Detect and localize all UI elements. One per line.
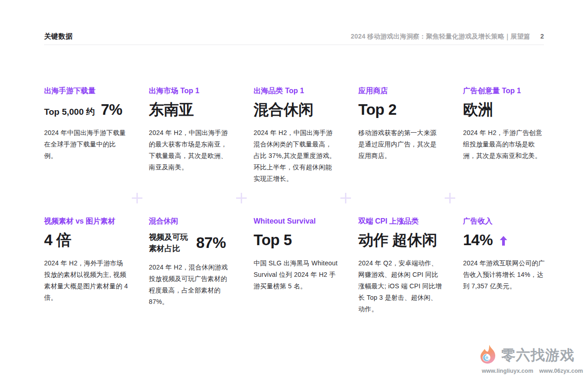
card-value: Top 5: [254, 232, 338, 250]
header-right: 2024 移动游戏出海洞察：聚焦轻量化游戏及增长策略｜展望篇 2: [351, 33, 544, 41]
card-description: 2024 年 H2，海外手游市场投放的素材以视频为主, 视频素材量大概是图片素材…: [44, 258, 129, 303]
card-label: 双端 CPI 上涨品类: [358, 217, 443, 226]
stat-card-cpi-rise: 双端 CPI 上涨品类 动作 超休闲 2024 年 Q2，安卓端动作、网赚游戏、…: [358, 217, 443, 315]
card-value: 视频及可玩素材占比 87%: [149, 232, 233, 254]
value-number: 欧洲: [463, 101, 493, 118]
stat-card-app-store: 应用商店 Top 2 移动游戏获客的第一大来源是通过应用内广告，其次是应用商店。: [358, 86, 443, 185]
card-description: 2024 年 H2，混合休闲游戏投放视频及可玩广告素材的程度最高，占全部素材的 …: [149, 262, 233, 308]
card-label: 出海市场 Top 1: [149, 86, 233, 95]
card-value: 混合休闲: [254, 101, 338, 120]
up-arrow-icon: [500, 236, 507, 247]
value-prefix: Top 5,000 约: [44, 107, 95, 118]
value-number: Top 2: [358, 101, 396, 118]
card-value: 欧洲: [463, 101, 548, 120]
value-number: Top 5: [254, 232, 292, 249]
card-value: 4 倍: [44, 232, 129, 250]
card-description: 2024 年游戏互联网公司的广告收入预计将增长 14%，达到 7,357 亿美元…: [463, 258, 548, 292]
card-description: 2024 年 Q2，安卓端动作、网赚游戏、超休闲 CPI 同比涨幅最大; iOS…: [358, 258, 443, 315]
card-value: Top 2: [358, 101, 443, 120]
plus-marker-icon: [340, 193, 351, 203]
plus-marker-icon: [236, 193, 247, 203]
watermark-url-right: www.06zyx.com: [539, 368, 583, 374]
stat-card-video-vs-image: 视频素材 vs 图片素材 4 倍 2024 年 H2，海外手游市场投放的素材以视…: [44, 217, 129, 315]
value-number: 7%: [101, 101, 123, 118]
watermark-brand-name: 零六找游戏: [501, 346, 575, 365]
value-number: 4 倍: [44, 232, 71, 249]
card-label: 出海手游下载量: [44, 86, 129, 95]
value-prefix: 视频及可玩素材占比: [149, 232, 190, 254]
page-number: 2: [540, 33, 544, 40]
card-description: 2024 年 H2，中国出海手游混合休闲类的下载量最高，占比 37%,其次是重度…: [254, 127, 338, 185]
card-value: 动作 超休闲: [358, 232, 443, 250]
card-description: 2024 年中国出海手游下载量在全球手游下载量中的比例。: [44, 127, 129, 162]
stats-row-2: 视频素材 vs 图片素材 4 倍 2024 年 H2，海外手游市场投放的素材以视…: [44, 217, 548, 315]
stat-card-top-genre: 出海品类 Top 1 混合休闲 2024 年 H2，中国出海手游混合休闲类的下载…: [254, 86, 338, 185]
card-label: 出海品类 Top 1: [254, 86, 338, 95]
card-value: Top 5,000 约 7%: [44, 101, 129, 120]
plus-marker-icon: [132, 193, 142, 203]
flame-swirl-logo-icon: [480, 344, 497, 366]
card-description: 移动游戏获客的第一大来源是通过应用内广告，其次是应用商店。: [358, 127, 443, 162]
card-label: 广告创意量 Top 1: [463, 86, 548, 95]
card-label: 视频素材 vs 图片素材: [44, 217, 129, 226]
stat-card-top-market: 出海市场 Top 1 东南亚 2024 年 H2，中国出海手游的最大获客市场是东…: [149, 86, 233, 185]
card-label: 混合休闲: [149, 217, 233, 226]
stat-card-ad-revenue: 广告收入 14% 2024 年游戏互联网公司的广告收入预计将增长 14%，达到 …: [463, 217, 548, 315]
document-title: 2024 移动游戏出海洞察：聚焦轻量化游戏及增长策略｜展望篇: [351, 33, 530, 41]
plus-marker-icon: [445, 193, 455, 203]
stat-card-hybrid-casual-assets: 混合休闲 视频及可玩素材占比 87% 2024 年 H2，混合休闲游戏投放视频及…: [149, 217, 233, 315]
watermark-brand-row: 零六找游戏: [480, 344, 585, 366]
section-title: 关键数据: [44, 32, 73, 41]
card-label: Whiteout Survival: [254, 217, 338, 226]
value-number: 动作 超休闲: [358, 232, 437, 249]
watermark: 零六找游戏 www.lingliuyx.com www.06zyx.com: [480, 344, 585, 374]
value-number: 87%: [196, 235, 226, 252]
watermark-urls: www.lingliuyx.com www.06zyx.com: [480, 368, 585, 374]
value-number: 14%: [463, 232, 493, 249]
card-description: 中国 SLG 出海黑马 Whiteout Survival 位列 2024 年 …: [254, 258, 338, 292]
stat-card-whiteout-survival: Whiteout Survival Top 5 中国 SLG 出海黑马 Whit…: [254, 217, 338, 315]
card-value: 14%: [463, 232, 548, 250]
watermark-url-left: www.lingliuyx.com: [482, 368, 533, 374]
stat-card-ad-creatives: 广告创意量 Top 1 欧洲 2024 年 H2，手游广告创意组投放量最高的市场…: [463, 86, 548, 185]
report-page: 关键数据 2024 移动游戏出海洞察：聚焦轻量化游戏及增长策略｜展望篇 2 出海…: [0, 0, 588, 376]
card-description: 2024 年 H2，手游广告创意组投放量最高的市场是欧洲，其次是东南亚和北美。: [463, 127, 548, 162]
card-label: 应用商店: [358, 86, 443, 95]
card-description: 2024 年 H2，中国出海手游的最大获客市场是东南亚，下载量最高，其次是欧洲、…: [149, 127, 233, 173]
page-header: 关键数据 2024 移动游戏出海洞察：聚焦轻量化游戏及增长策略｜展望篇 2: [44, 32, 544, 41]
stat-card-downloads: 出海手游下载量 Top 5,000 约 7% 2024 年中国出海手游下载量在全…: [44, 86, 129, 185]
header-divider: [44, 45, 544, 45]
card-value: 东南亚: [149, 101, 233, 120]
value-number: 东南亚: [149, 101, 194, 118]
card-label: 广告收入: [463, 217, 548, 226]
value-number: 混合休闲: [254, 101, 313, 118]
stats-row-1: 出海手游下载量 Top 5,000 约 7% 2024 年中国出海手游下载量在全…: [44, 86, 548, 185]
